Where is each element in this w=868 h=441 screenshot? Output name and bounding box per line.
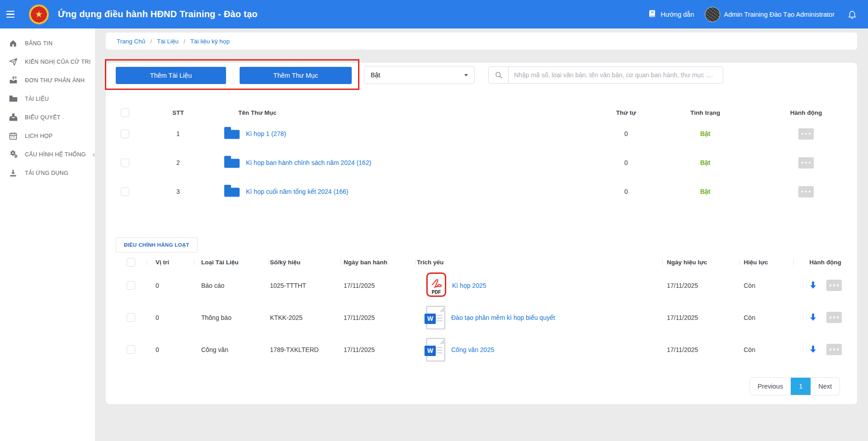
select-all-folders-checkbox[interactable] <box>121 108 129 117</box>
document-link[interactable]: Đào tạo phần mềm kì họp biểu quyết <box>451 314 555 321</box>
inbox-icon <box>8 75 18 85</box>
col-status: Tình trạng <box>656 109 755 116</box>
help-link[interactable]: Hướng dẫn <box>648 9 694 19</box>
word-badge-label: W <box>425 346 436 356</box>
user-name[interactable]: Admin Training Đào Tạo Administrator <box>724 11 835 18</box>
home-icon <box>8 39 18 48</box>
document-row: 0 Công văn 1789-TXKLTERD 17/11/2025 W Cô… <box>106 333 857 366</box>
search-icon <box>489 67 509 83</box>
folder-blue-icon <box>223 184 241 199</box>
document-actions-menu-button[interactable] <box>826 280 842 291</box>
breadcrumb-tai-lieu[interactable]: Tài Liệu <box>157 38 179 45</box>
calendar-icon <box>8 131 18 141</box>
folder-row-checkbox[interactable] <box>121 130 129 138</box>
search-input[interactable] <box>509 67 723 83</box>
col-summary: Trích yếu <box>415 259 662 266</box>
sidebar-item-bang-tin[interactable]: BẢNG TIN <box>0 34 95 52</box>
folder-stt: 3 <box>146 188 210 195</box>
doc-ref-number: 1789-TXKLTERD <box>269 346 341 353</box>
pagination-next-button[interactable]: Next <box>811 378 840 395</box>
status-filter-select[interactable]: Bật <box>364 66 475 84</box>
word-badge-label: W <box>425 314 436 324</box>
doc-issue-date: 17/11/2025 <box>341 282 415 289</box>
sidebar-item-kien-nghi[interactable]: KIẾN NGHỊ CỦA CỬ TRI <box>0 52 95 71</box>
doc-effective-date: 17/11/2025 <box>662 346 739 353</box>
doc-type: Thông báo <box>194 314 269 321</box>
user-avatar[interactable] <box>705 7 720 22</box>
col-stt: STT <box>146 109 210 116</box>
document-actions-menu-button[interactable] <box>826 312 842 323</box>
gears-icon <box>8 150 18 159</box>
doc-issue-date: 17/11/2025 <box>341 314 415 321</box>
folder-row-checkbox[interactable] <box>121 159 129 167</box>
pagination: Previous 1 Next <box>750 377 840 395</box>
folder-row-checkbox[interactable] <box>121 188 129 196</box>
download-document-button[interactable] <box>809 281 817 290</box>
sidebar-item-bieu-quyet[interactable]: BIỂU QUYẾT <box>0 108 95 127</box>
pagination-previous-button[interactable]: Previous <box>750 378 791 395</box>
folder-stt: 1 <box>146 130 210 137</box>
document-actions-menu-button[interactable] <box>826 344 842 355</box>
app-title: Ứng dụng điều hành HĐND Training - Đào t… <box>58 9 258 19</box>
doc-validity: Còn <box>739 314 793 321</box>
sidebar-item-don-thu[interactable]: ĐƠN THƯ PHẢN ÁNH <box>0 71 95 89</box>
breadcrumb-home[interactable]: Trang Chủ <box>117 38 145 45</box>
sidebar-item-tai-lieu[interactable]: TÀI LIỆU <box>0 89 95 108</box>
word-file-icon: W <box>426 338 445 361</box>
send-icon <box>8 57 18 66</box>
doc-position: 0 <box>146 346 194 353</box>
folders-table: STT Tên Thư Mục Thứ tự Tình trạng Hành đ… <box>106 106 857 206</box>
bulk-edit-button[interactable]: ĐIỀU CHỈNH HÀNG LOẠT <box>116 237 198 253</box>
breadcrumb-current: Tài liệu kỳ họp <box>190 38 230 45</box>
doc-type: Báo cáo <box>194 282 269 289</box>
folder-row: 3 Kì họp cuối năm tổng kết 2024 (166) 0 … <box>106 177 857 206</box>
folder-icon <box>8 94 18 103</box>
content-card: Thêm Tài Liệu Thêm Thư Mục Bật STT Tên T… <box>106 63 857 404</box>
caret-down-icon <box>464 74 468 76</box>
documents-table-header: Vị trí Loại Tài Liệu Số/ký hiệu Ngày ban… <box>106 255 857 269</box>
col-actions: Hành động <box>793 259 857 266</box>
status-badge: Bật <box>700 130 711 137</box>
col-issue-date: Ngày ban hành <box>341 259 415 266</box>
document-row-checkbox[interactable] <box>127 345 135 354</box>
folders-table-header: STT Tên Thư Mục Thứ tự Tình trạng Hành đ… <box>106 106 857 119</box>
download-document-button[interactable] <box>809 313 817 322</box>
status-badge: Bật <box>700 188 711 195</box>
download-icon <box>8 169 18 178</box>
folder-order: 0 <box>597 130 656 137</box>
folder-order: 0 <box>597 188 656 195</box>
folder-name-link[interactable]: Kì họp 1 (278) <box>246 130 286 137</box>
main-content: Trang Chủ / Tài Liệu / Tài liệu kỳ họp T… <box>95 28 868 441</box>
notifications-bell-icon[interactable] <box>847 9 857 19</box>
menu-toggle-icon[interactable] <box>6 11 16 18</box>
document-row: 0 Thông báo KTKK-2025 17/11/2025 W Đào t… <box>106 301 857 333</box>
documents-table: Vị trí Loại Tài Liệu Số/ký hiệu Ngày ban… <box>106 255 857 366</box>
select-all-documents-checkbox[interactable] <box>127 258 135 267</box>
col-position: Vị trí <box>146 259 194 266</box>
doc-position: 0 <box>146 314 194 321</box>
document-row: 0 Báo cáo 1025-TTTHT 17/11/2025 PDF Kì h… <box>106 269 857 301</box>
folder-name-link[interactable]: Kì họp ban hành chính sách năm 2024 (162… <box>246 159 371 166</box>
download-document-button[interactable] <box>809 345 817 354</box>
add-folder-button[interactable]: Thêm Thư Mục <box>240 67 352 84</box>
col-order: Thứ tự <box>597 109 656 116</box>
pagination-page-1-button[interactable]: 1 <box>791 378 811 395</box>
document-row-checkbox[interactable] <box>127 313 135 322</box>
col-actions: Hành động <box>755 109 857 116</box>
folder-actions-menu-button[interactable] <box>798 186 814 197</box>
sidebar-item-cau-hinh[interactable]: CẤU HÌNH HỆ THỐNG ‹ <box>0 145 95 164</box>
folder-actions-menu-button[interactable] <box>798 157 814 169</box>
folder-stt: 2 <box>146 159 210 166</box>
doc-effective-date: 17/11/2025 <box>662 282 739 289</box>
document-link[interactable]: Kì họp 2025 <box>452 282 486 289</box>
add-document-button[interactable]: Thêm Tài Liệu <box>116 67 226 84</box>
national-emblem-logo: ★ <box>29 5 49 24</box>
document-row-checkbox[interactable] <box>127 281 135 290</box>
document-link[interactable]: Công văn 2025 <box>451 346 494 353</box>
folder-actions-menu-button[interactable] <box>798 128 814 140</box>
folder-name-link[interactable]: Kì họp cuối năm tổng kết 2024 (166) <box>246 188 348 195</box>
col-doc-type: Loại Tài Liệu <box>194 259 269 266</box>
sidebar: BẢNG TIN KIẾN NGHỊ CỦA CỬ TRI ĐƠN THƯ PH… <box>0 28 95 441</box>
sidebar-item-lich-hop[interactable]: LỊCH HỌP <box>0 127 95 145</box>
sidebar-item-tai-ung-dung[interactable]: TẢI ỨNG DỤNG <box>0 164 95 182</box>
